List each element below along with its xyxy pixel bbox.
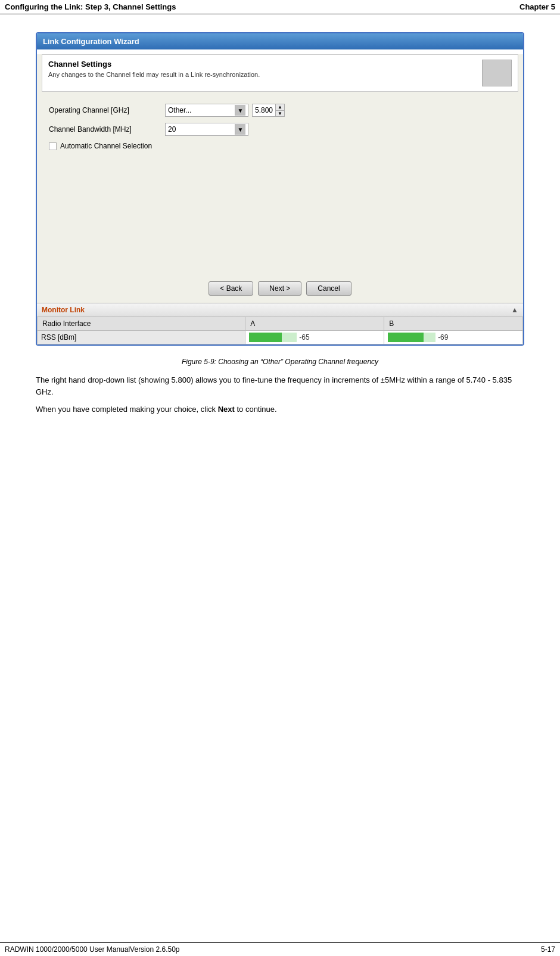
header-right: Chapter 5 [519,2,555,11]
rss-row: RSS [dBm] -65 [38,331,523,344]
channel-bandwidth-select[interactable]: 20 ▼ [165,123,248,136]
radio-interface-header: Radio Interface [38,317,245,331]
monitor-link-bar: Monitor Link ▲ [37,303,523,316]
operating-channel-select[interactable]: Other... ▼ [165,104,248,117]
wizard-box: Link Configuration Wizard Channel Settin… [36,32,524,346]
monitor-link-title: Monitor Link [42,306,85,314]
back-button[interactable]: < Back [209,281,253,296]
auto-channel-row: Automatic Channel Selection [49,142,511,150]
footer-left: RADWIN 1000/2000/5000 User ManualVersion… [5,945,180,954]
spinbox-up-button[interactable]: ▲ [276,104,284,111]
page-footer: RADWIN 1000/2000/5000 User ManualVersion… [0,942,560,956]
rss-a-bar [249,333,282,342]
body-para1: The right hand drop-down list (showing 5… [36,374,524,398]
channel-settings-header-left: Channel Settings Any changes to the Chan… [48,60,476,78]
body-para2-suffix: to continue. [235,405,277,414]
rss-a-value: -65 [299,333,309,342]
next-button[interactable]: Next > [258,281,301,296]
col-a-header: A [245,317,384,331]
body-para2: When you have completed making your choi… [36,403,524,415]
spinbox-arrows: ▲ ▼ [275,104,284,116]
body-para2-bold: Next [218,405,235,414]
operating-channel-arrow[interactable]: ▼ [235,105,245,116]
main-content: Link Configuration Wizard Channel Settin… [0,14,560,439]
rss-b-value: -69 [438,333,448,342]
cancel-button[interactable]: Cancel [306,281,351,296]
monitor-link-collapse-icon[interactable]: ▲ [511,306,518,314]
page-header: Configuring the Link: Step 3, Channel Se… [0,0,560,14]
operating-channel-row: Operating Channel [GHz] Other... ▼ 5.800… [49,104,511,117]
spinbox-down-button[interactable]: ▼ [276,111,284,117]
channel-settings-header: Channel Settings Any changes to the Chan… [42,54,518,92]
wizard-spacer [37,168,523,275]
channel-settings-note: Any changes to the Channel field may res… [48,71,476,78]
operating-channel-label: Operating Channel [GHz] [49,106,165,114]
wizard-title: Link Configuration Wizard [43,37,139,46]
monitor-table: Radio Interface A B RSS [dBm] [37,316,523,344]
col-b-header: B [384,317,523,331]
auto-channel-checkbox[interactable] [49,142,57,150]
channel-settings-icon [482,60,512,86]
body-para2-prefix: When you have completed making your choi… [36,405,218,414]
rss-b-bar [388,333,424,342]
form-area: Operating Channel [GHz] Other... ▼ 5.800… [37,97,523,168]
header-left: Configuring the Link: Step 3, Channel Se… [5,2,176,11]
wizard-body: Channel Settings Any changes to the Chan… [37,54,523,344]
channel-bandwidth-value: 20 [168,125,176,134]
spinbox-value: 5.800 [253,106,275,114]
figure-caption: Figure 5-9: Choosing an “Other” Operatin… [36,358,524,366]
rss-a-cell: -65 [245,331,384,344]
button-row: < Back Next > Cancel [37,275,523,303]
channel-settings-title: Channel Settings [48,60,476,69]
wizard-title-bar: Link Configuration Wizard [37,33,523,49]
channel-bandwidth-label: Channel Bandwidth [MHz] [49,125,165,134]
footer-right: 5-17 [541,945,555,954]
frequency-spinbox[interactable]: 5.800 ▲ ▼ [252,104,285,117]
rss-b-cell: -69 [384,331,523,344]
operating-channel-value: Other... [168,106,191,114]
channel-bandwidth-row: Channel Bandwidth [MHz] 20 ▼ [49,123,511,136]
channel-bandwidth-arrow[interactable]: ▼ [235,124,245,135]
auto-channel-label: Automatic Channel Selection [60,142,152,150]
rss-label: RSS [dBm] [38,331,245,344]
